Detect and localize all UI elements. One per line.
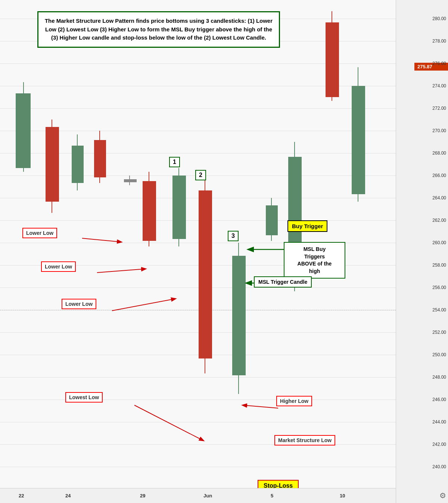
price-260: 260.00	[432, 240, 446, 245]
grid-line	[0, 220, 396, 221]
price-262: 262.00	[432, 218, 446, 223]
label-2: 2	[195, 170, 206, 180]
price-274: 274.00	[432, 83, 446, 89]
price-270: 270.00	[432, 128, 446, 133]
buy-trigger-box: Buy Trigger	[287, 220, 327, 232]
label-1: 1	[169, 157, 180, 167]
svg-line-6	[243, 405, 278, 408]
price-264: 264.00	[432, 195, 446, 201]
gear-icon[interactable]: ⚙	[439, 491, 446, 500]
price-244: 244.00	[432, 419, 446, 425]
grid-line	[0, 288, 396, 288]
description-text: The Market Structure Low Pattern finds p…	[45, 18, 273, 41]
price-240: 240.00	[432, 464, 446, 469]
grid-line	[0, 332, 396, 333]
svg-line-5	[134, 405, 203, 441]
date-axis: 22 24 29 Jun 5 10	[0, 488, 396, 503]
grid-line	[0, 355, 396, 355]
price-242: 242.00	[432, 442, 446, 447]
price-252: 252.00	[432, 330, 446, 335]
price-248: 248.00	[432, 375, 446, 380]
dotted-level-line	[0, 310, 396, 310]
grid-line	[0, 108, 396, 109]
date-29: 29	[140, 493, 145, 499]
lowest-low-box: Lowest Low	[65, 392, 103, 403]
lower-low-3-box: Lower Low	[62, 299, 96, 309]
price-246: 246.00	[432, 397, 446, 402]
lower-low-1-box: Lower Low	[22, 228, 57, 238]
price-278: 278.00	[432, 38, 446, 44]
description-box: The Market Structure Low Pattern finds p…	[37, 11, 280, 48]
date-24: 24	[65, 493, 71, 499]
price-276: 276.00	[432, 61, 446, 66]
lower-low-2-box: Lower Low	[41, 261, 76, 272]
date-jun: Jun	[203, 493, 212, 499]
price-axis: 275.87 280.00 278.00 276.00 274.00 272.0…	[396, 0, 448, 503]
price-268: 268.00	[432, 150, 446, 156]
grid-line	[0, 131, 396, 131]
price-280: 280.00	[432, 16, 446, 21]
grid-line	[0, 400, 396, 400]
price-250: 250.00	[432, 352, 446, 357]
price-256: 256.00	[432, 285, 446, 290]
grid-line	[0, 377, 396, 378]
msl-trigger-candle-box: MSL Trigger Candle	[254, 276, 312, 288]
higher-low-box: Higher Low	[276, 396, 312, 406]
date-5: 5	[271, 493, 273, 499]
price-258: 258.00	[432, 263, 446, 268]
grid-line	[0, 153, 396, 153]
market-structure-low-box: Market Structure Low	[274, 435, 335, 445]
label-3: 3	[228, 231, 239, 241]
svg-line-4	[112, 299, 175, 311]
grid-line	[0, 422, 396, 422]
chart-area: The Market Structure Low Pattern finds p…	[0, 0, 396, 503]
price-254: 254.00	[432, 307, 446, 313]
grid-line	[0, 198, 396, 198]
grid-line	[0, 444, 396, 445]
svg-line-3	[97, 269, 146, 273]
date-10: 10	[340, 493, 345, 499]
svg-line-2	[82, 238, 121, 242]
price-266: 266.00	[432, 173, 446, 178]
chart-container: The Market Structure Low Pattern finds p…	[0, 0, 448, 503]
grid-line	[0, 467, 396, 467]
msl-buy-box: MSL BuyTriggersABOVE of thehigh	[284, 242, 345, 279]
price-272: 272.00	[432, 106, 446, 111]
date-22: 22	[19, 493, 24, 499]
